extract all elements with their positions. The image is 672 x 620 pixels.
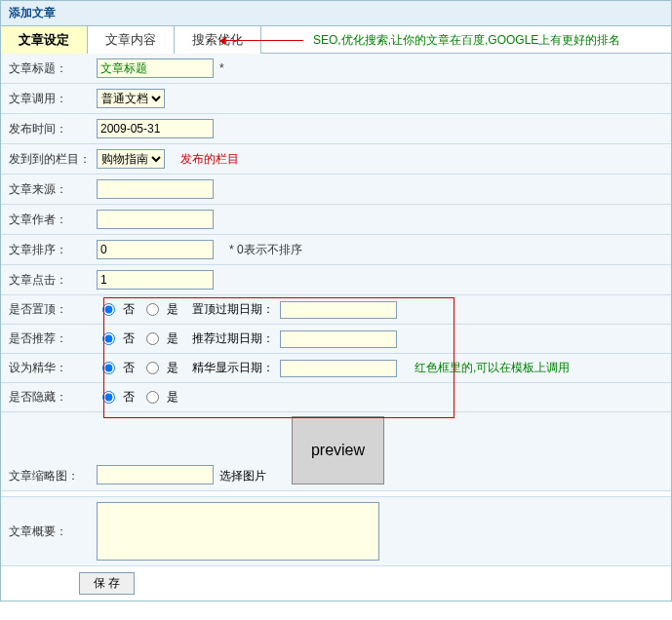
- recommend-no-radio[interactable]: [102, 332, 115, 345]
- recommend-yes-radio[interactable]: [146, 332, 159, 345]
- label-hidden: 是否隐藏：: [9, 389, 97, 406]
- tab-bar: 文章设定 文章内容 搜索优化 SEO,优化搜索,让你的文章在百度,GOOGLE上…: [1, 26, 671, 54]
- top-yes-radio[interactable]: [146, 303, 159, 316]
- essence-no-label: 否: [123, 360, 135, 376]
- hidden-no-label: 否: [123, 389, 135, 406]
- label-recommend: 是否推荐：: [9, 330, 97, 347]
- save-button[interactable]: 保 存: [79, 572, 135, 595]
- label-summary: 文章概要：: [9, 523, 97, 540]
- label-source: 文章来源：: [9, 181, 97, 198]
- essence-no-radio[interactable]: [102, 362, 115, 374]
- redbox-note: 红色框里的,可以在模板上调用: [415, 360, 570, 376]
- source-input[interactable]: [97, 179, 214, 199]
- recommend-date-label: 推荐过期日期：: [192, 330, 274, 347]
- column-select[interactable]: 购物指南: [97, 149, 165, 169]
- form-content: 文章标题： * 文章调用： 普通文档 发布时间： 发到到的栏目：: [1, 54, 671, 566]
- call-select[interactable]: 普通文档: [97, 89, 165, 108]
- essence-yes-radio[interactable]: [146, 362, 159, 374]
- author-input[interactable]: [97, 210, 214, 229]
- tab-article-content[interactable]: 文章内容: [88, 26, 175, 54]
- top-date-label: 置顶过期日期：: [192, 301, 274, 318]
- page-title: 添加文章: [1, 1, 671, 26]
- tab-article-settings[interactable]: 文章设定: [1, 26, 88, 54]
- label-top: 是否置顶：: [9, 301, 97, 318]
- sort-hint: * 0表示不排序: [229, 242, 302, 258]
- sort-input[interactable]: [97, 240, 214, 259]
- pubtime-input[interactable]: [97, 119, 214, 138]
- seo-note-text: SEO,优化搜索,让你的文章在百度,GOOGLE上有更好的排名: [313, 32, 620, 49]
- essence-date-label: 精华显示日期：: [192, 360, 274, 376]
- top-date-input[interactable]: [280, 301, 397, 319]
- thumb-select-button[interactable]: 选择图片: [219, 468, 266, 484]
- arrow-icon: [225, 40, 303, 41]
- label-author: 文章作者：: [9, 212, 97, 228]
- title-input[interactable]: [97, 58, 214, 78]
- hidden-yes-label: 是: [167, 389, 178, 406]
- recommend-date-input[interactable]: [280, 330, 397, 348]
- essence-yes-label: 是: [167, 360, 178, 376]
- label-call: 文章调用：: [9, 91, 97, 107]
- essence-date-input[interactable]: [280, 360, 397, 377]
- thumbnail-preview: preview: [292, 416, 384, 484]
- top-yes-label: 是: [167, 301, 178, 318]
- label-thumb: 文章缩略图：: [9, 468, 97, 484]
- label-pubtime: 发布时间：: [9, 121, 97, 137]
- summary-textarea[interactable]: [97, 502, 379, 561]
- seo-annotation: SEO,优化搜索,让你的文章在百度,GOOGLE上有更好的排名: [225, 32, 620, 49]
- required-star: *: [219, 61, 224, 75]
- thumb-input[interactable]: [97, 465, 214, 484]
- recommend-yes-label: 是: [167, 330, 178, 347]
- label-essence: 设为精华：: [9, 360, 97, 376]
- label-title: 文章标题：: [9, 60, 97, 77]
- hidden-no-radio[interactable]: [102, 391, 115, 404]
- top-no-label: 否: [123, 301, 135, 318]
- hidden-yes-radio[interactable]: [146, 391, 159, 404]
- hits-input[interactable]: [97, 270, 214, 290]
- column-note: 发布的栏目: [180, 151, 239, 168]
- label-sort: 文章排序：: [9, 242, 97, 258]
- recommend-no-label: 否: [123, 330, 135, 347]
- label-hits: 文章点击：: [9, 272, 97, 289]
- label-column: 发到到的栏目：: [9, 151, 97, 168]
- top-no-radio[interactable]: [102, 303, 115, 316]
